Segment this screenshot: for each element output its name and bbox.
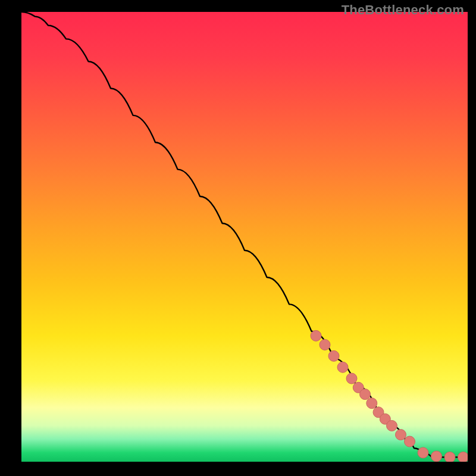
highlight-dot [367, 398, 377, 409]
bottleneck-chart [21, 12, 468, 462]
highlight-dot [418, 447, 428, 458]
highlight-dot [337, 362, 348, 372]
highlight-dot [458, 452, 468, 462]
watermark-text: TheBottleneck.com [342, 2, 464, 18]
highlight-dot [328, 350, 339, 361]
gradient-background [21, 12, 468, 462]
highlight-dot [320, 339, 330, 350]
highlight-dot [311, 330, 321, 341]
highlight-dot [431, 451, 442, 462]
highlight-dot [346, 373, 357, 384]
chart-frame [21, 12, 468, 462]
highlight-dot [396, 430, 406, 440]
highlight-dot [444, 452, 455, 462]
highlight-dot [387, 421, 397, 431]
highlight-dot [360, 389, 371, 400]
highlight-dot [405, 436, 415, 447]
